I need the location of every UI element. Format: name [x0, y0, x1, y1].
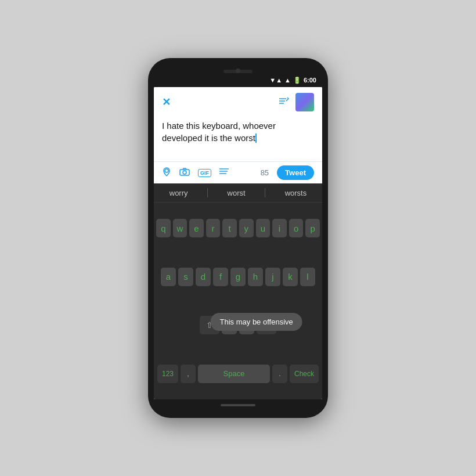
phone-camera: [236, 68, 240, 73]
key-s[interactable]: s: [178, 268, 193, 286]
key-j[interactable]: j: [265, 268, 280, 286]
key-row-bottom: 123 , Space . Check: [156, 365, 320, 383]
key-p[interactable]: p: [305, 219, 320, 237]
screen: ✕ I hate this keyboard, whoever develope: [154, 87, 322, 399]
key-f[interactable]: f: [213, 268, 228, 286]
status-bar: ▼▲ ▲ 🔋 6:00: [154, 73, 322, 87]
suggestion-worry[interactable]: worry: [170, 189, 188, 197]
key-i[interactable]: i: [272, 219, 287, 237]
key-u[interactable]: u: [256, 219, 271, 237]
offensive-tooltip: This may be offensive: [211, 313, 302, 331]
time-label: 6:00: [304, 77, 316, 84]
key-o[interactable]: o: [289, 219, 304, 237]
header-right: [278, 93, 314, 111]
home-indicator: [221, 404, 255, 406]
period-key[interactable]: .: [272, 365, 287, 383]
space-key[interactable]: Space: [198, 365, 270, 383]
key-y[interactable]: y: [239, 219, 254, 237]
key-w[interactable]: w: [173, 219, 187, 237]
location-icon[interactable]: [162, 167, 171, 179]
list-icon[interactable]: [219, 168, 229, 178]
key-r[interactable]: r: [206, 219, 221, 237]
key-q[interactable]: q: [156, 219, 171, 237]
avatar[interactable]: [295, 93, 314, 111]
tweet-button[interactable]: Tweet: [277, 165, 314, 180]
camera-icon[interactable]: [179, 168, 190, 178]
key-k[interactable]: k: [283, 268, 298, 286]
gif-button[interactable]: GIF: [198, 169, 211, 177]
cursor: [255, 134, 257, 143]
compose-header: ✕: [154, 87, 322, 115]
key-d[interactable]: d: [196, 268, 211, 286]
suggestion-divider-1: [207, 188, 208, 197]
tweet-text[interactable]: I hate this keyboard, whoever developed …: [154, 115, 322, 161]
status-icons: ▼▲ ▲ 🔋 6:00: [269, 77, 316, 84]
suggestion-divider-2: [265, 188, 265, 197]
key-row-1: q w e r t y u i o p: [156, 219, 320, 237]
suggestions-row: worry worst worsts: [154, 183, 322, 203]
key-a[interactable]: a: [161, 268, 176, 286]
wifi-icon: ▲: [284, 77, 291, 84]
key-e[interactable]: e: [189, 219, 204, 237]
suggestion-worst[interactable]: worst: [228, 189, 246, 197]
check-key[interactable]: Check: [290, 365, 319, 383]
key-l[interactable]: l: [300, 268, 315, 286]
compose-area: ✕ I hate this keyboard, whoever develope: [154, 87, 322, 183]
suggestion-worsts[interactable]: worsts: [285, 189, 307, 197]
draft-icon[interactable]: [278, 96, 290, 108]
key-g[interactable]: g: [230, 268, 246, 286]
battery-icon: 🔋: [293, 77, 301, 84]
phone-device: ▼▲ ▲ 🔋 6:00 ✕: [148, 58, 328, 418]
keyboard-rows: q w e r t y u i o p a s d f g: [154, 203, 322, 399]
key-row-3: ⇧ z This may be offensive m ⌫: [156, 316, 320, 334]
svg-point-3: [165, 169, 168, 172]
key-row-3-container: ⇧ z This may be offensive m ⌫: [156, 316, 320, 334]
tweet-content: I hate this keyboard, whoever developed …: [162, 121, 276, 143]
key-row-2: a s d f g h j k l: [156, 268, 320, 286]
svg-point-5: [183, 171, 186, 174]
signal-icon: ▼▲: [269, 77, 282, 84]
key-t[interactable]: t: [222, 219, 237, 237]
char-count: 85: [261, 168, 269, 177]
compose-toolbar: GIF 85 Tweet: [154, 161, 322, 183]
num-key[interactable]: 123: [157, 365, 178, 383]
close-button[interactable]: ✕: [162, 96, 171, 109]
keyboard-area: worry worst worsts q w e r t y u i o: [154, 183, 322, 399]
key-h[interactable]: h: [248, 268, 263, 286]
phone-bottom: [221, 399, 255, 411]
comma-key[interactable]: ,: [181, 365, 196, 383]
